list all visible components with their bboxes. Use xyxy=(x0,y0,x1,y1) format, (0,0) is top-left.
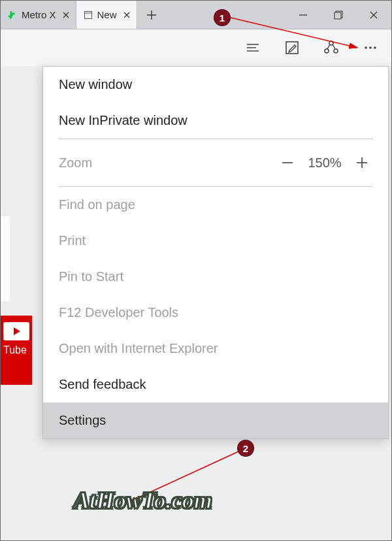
menu-pin-to-start[interactable]: Pin to Start xyxy=(43,259,388,295)
menu-dev-tools[interactable]: F12 Developer Tools xyxy=(43,295,388,331)
reading-list-icon[interactable] xyxy=(244,39,262,57)
close-icon[interactable] xyxy=(121,9,133,21)
sidebar-strip xyxy=(1,216,10,301)
zoom-value: 150% xyxy=(302,156,348,171)
more-icon[interactable] xyxy=(361,39,380,57)
svg-point-7 xyxy=(325,49,329,53)
svg-rect-0 xyxy=(84,11,91,18)
tab-label: New xyxy=(97,9,117,20)
menu-print[interactable]: Print xyxy=(43,223,388,259)
menu-open-ie[interactable]: Open with Internet Explorer xyxy=(43,331,388,367)
share-icon[interactable] xyxy=(322,39,340,57)
svg-rect-4 xyxy=(335,12,341,19)
menu-find-on-page[interactable]: Find on page xyxy=(43,187,388,223)
watermark: AtHowTo.com xyxy=(74,487,212,514)
tab-metro[interactable]: Metro X xyxy=(1,1,76,29)
more-menu: New window New InPrivate window Zoom 150… xyxy=(42,66,389,439)
youtube-icon xyxy=(3,322,29,340)
menu-settings[interactable]: Settings xyxy=(43,402,388,438)
menu-send-feedback[interactable]: Send feedback xyxy=(43,367,388,402)
zoom-out-button[interactable] xyxy=(273,148,302,177)
annotation-marker-1: 1 xyxy=(214,9,231,26)
annotation-marker-2: 2 xyxy=(237,440,254,457)
minimize-button[interactable] xyxy=(286,1,321,29)
restore-button[interactable] xyxy=(321,1,356,29)
close-window-button[interactable] xyxy=(356,1,391,29)
svg-point-8 xyxy=(334,49,338,53)
zoom-in-button[interactable] xyxy=(348,148,376,177)
tab-label: Metro X xyxy=(22,9,56,20)
notes-icon[interactable] xyxy=(283,39,301,57)
menu-zoom-row: Zoom 150% xyxy=(43,139,388,186)
titlebar: Metro X New xyxy=(1,1,391,29)
tab-new[interactable]: New xyxy=(76,1,137,29)
svg-point-10 xyxy=(369,46,372,49)
zoom-label: Zoom xyxy=(59,156,92,171)
page-icon xyxy=(83,10,93,20)
youtube-label: Tube xyxy=(1,344,32,356)
menu-new-window[interactable]: New window xyxy=(43,67,388,103)
svg-point-11 xyxy=(374,46,376,49)
youtube-tile[interactable]: Tube xyxy=(1,316,32,385)
new-tab-button[interactable] xyxy=(137,1,166,29)
menu-new-inprivate[interactable]: New InPrivate window xyxy=(43,103,388,139)
toolbar xyxy=(1,29,391,66)
svg-point-9 xyxy=(365,46,367,49)
window-controls xyxy=(286,1,391,29)
deviantart-icon xyxy=(7,10,18,20)
close-icon[interactable] xyxy=(60,9,72,21)
